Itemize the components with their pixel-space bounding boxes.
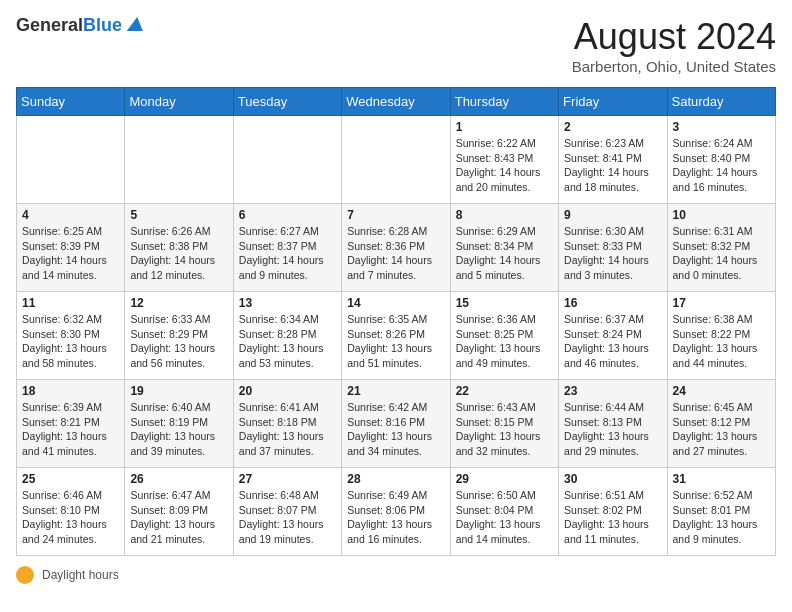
calendar-cell: 3Sunrise: 6:24 AM Sunset: 8:40 PM Daylig… <box>667 116 775 204</box>
day-number: 8 <box>456 208 553 222</box>
calendar-cell <box>125 116 233 204</box>
calendar-cell <box>342 116 450 204</box>
day-info: Sunrise: 6:29 AM Sunset: 8:34 PM Dayligh… <box>456 224 553 283</box>
day-info: Sunrise: 6:43 AM Sunset: 8:15 PM Dayligh… <box>456 400 553 459</box>
logo: GeneralBlue <box>16 16 144 36</box>
day-info: Sunrise: 6:49 AM Sunset: 8:06 PM Dayligh… <box>347 488 444 547</box>
day-number: 23 <box>564 384 661 398</box>
calendar-cell: 22Sunrise: 6:43 AM Sunset: 8:15 PM Dayli… <box>450 380 558 468</box>
calendar-cell: 27Sunrise: 6:48 AM Sunset: 8:07 PM Dayli… <box>233 468 341 556</box>
calendar-cell: 26Sunrise: 6:47 AM Sunset: 8:09 PM Dayli… <box>125 468 233 556</box>
day-info: Sunrise: 6:32 AM Sunset: 8:30 PM Dayligh… <box>22 312 119 371</box>
day-info: Sunrise: 6:37 AM Sunset: 8:24 PM Dayligh… <box>564 312 661 371</box>
day-info: Sunrise: 6:38 AM Sunset: 8:22 PM Dayligh… <box>673 312 770 371</box>
calendar-week-row: 4Sunrise: 6:25 AM Sunset: 8:39 PM Daylig… <box>17 204 776 292</box>
day-number: 20 <box>239 384 336 398</box>
calendar-day-header: Wednesday <box>342 88 450 116</box>
day-info: Sunrise: 6:35 AM Sunset: 8:26 PM Dayligh… <box>347 312 444 371</box>
calendar-cell: 25Sunrise: 6:46 AM Sunset: 8:10 PM Dayli… <box>17 468 125 556</box>
day-number: 9 <box>564 208 661 222</box>
calendar-cell: 24Sunrise: 6:45 AM Sunset: 8:12 PM Dayli… <box>667 380 775 468</box>
day-number: 10 <box>673 208 770 222</box>
day-info: Sunrise: 6:36 AM Sunset: 8:25 PM Dayligh… <box>456 312 553 371</box>
day-info: Sunrise: 6:27 AM Sunset: 8:37 PM Dayligh… <box>239 224 336 283</box>
calendar-cell <box>233 116 341 204</box>
day-number: 17 <box>673 296 770 310</box>
calendar-day-header: Monday <box>125 88 233 116</box>
day-number: 7 <box>347 208 444 222</box>
day-number: 21 <box>347 384 444 398</box>
day-info: Sunrise: 6:50 AM Sunset: 8:04 PM Dayligh… <box>456 488 553 547</box>
calendar-cell: 31Sunrise: 6:52 AM Sunset: 8:01 PM Dayli… <box>667 468 775 556</box>
day-number: 26 <box>130 472 227 486</box>
day-number: 1 <box>456 120 553 134</box>
day-info: Sunrise: 6:44 AM Sunset: 8:13 PM Dayligh… <box>564 400 661 459</box>
calendar-cell: 30Sunrise: 6:51 AM Sunset: 8:02 PM Dayli… <box>559 468 667 556</box>
footer: Daylight hours <box>16 566 776 584</box>
day-number: 25 <box>22 472 119 486</box>
day-number: 13 <box>239 296 336 310</box>
calendar-cell: 11Sunrise: 6:32 AM Sunset: 8:30 PM Dayli… <box>17 292 125 380</box>
title-section: August 2024 Barberton, Ohio, United Stat… <box>572 16 776 75</box>
calendar-header-row: SundayMondayTuesdayWednesdayThursdayFrid… <box>17 88 776 116</box>
day-number: 2 <box>564 120 661 134</box>
day-number: 29 <box>456 472 553 486</box>
day-number: 5 <box>130 208 227 222</box>
calendar-day-header: Thursday <box>450 88 558 116</box>
day-number: 28 <box>347 472 444 486</box>
day-number: 12 <box>130 296 227 310</box>
calendar-cell: 18Sunrise: 6:39 AM Sunset: 8:21 PM Dayli… <box>17 380 125 468</box>
day-info: Sunrise: 6:26 AM Sunset: 8:38 PM Dayligh… <box>130 224 227 283</box>
logo-general: General <box>16 15 83 35</box>
calendar-week-row: 11Sunrise: 6:32 AM Sunset: 8:30 PM Dayli… <box>17 292 776 380</box>
day-number: 3 <box>673 120 770 134</box>
calendar-day-header: Friday <box>559 88 667 116</box>
calendar-cell: 7Sunrise: 6:28 AM Sunset: 8:36 PM Daylig… <box>342 204 450 292</box>
calendar-cell <box>17 116 125 204</box>
calendar-cell: 1Sunrise: 6:22 AM Sunset: 8:43 PM Daylig… <box>450 116 558 204</box>
day-number: 14 <box>347 296 444 310</box>
calendar-cell: 9Sunrise: 6:30 AM Sunset: 8:33 PM Daylig… <box>559 204 667 292</box>
day-number: 6 <box>239 208 336 222</box>
day-number: 22 <box>456 384 553 398</box>
calendar-cell: 16Sunrise: 6:37 AM Sunset: 8:24 PM Dayli… <box>559 292 667 380</box>
day-number: 31 <box>673 472 770 486</box>
calendar-cell: 12Sunrise: 6:33 AM Sunset: 8:29 PM Dayli… <box>125 292 233 380</box>
calendar-cell: 10Sunrise: 6:31 AM Sunset: 8:32 PM Dayli… <box>667 204 775 292</box>
sun-icon <box>16 566 34 584</box>
calendar-week-row: 25Sunrise: 6:46 AM Sunset: 8:10 PM Dayli… <box>17 468 776 556</box>
day-info: Sunrise: 6:46 AM Sunset: 8:10 PM Dayligh… <box>22 488 119 547</box>
day-info: Sunrise: 6:31 AM Sunset: 8:32 PM Dayligh… <box>673 224 770 283</box>
day-info: Sunrise: 6:51 AM Sunset: 8:02 PM Dayligh… <box>564 488 661 547</box>
calendar-cell: 28Sunrise: 6:49 AM Sunset: 8:06 PM Dayli… <box>342 468 450 556</box>
calendar-cell: 19Sunrise: 6:40 AM Sunset: 8:19 PM Dayli… <box>125 380 233 468</box>
day-info: Sunrise: 6:28 AM Sunset: 8:36 PM Dayligh… <box>347 224 444 283</box>
month-year-title: August 2024 <box>572 16 776 58</box>
calendar-cell: 5Sunrise: 6:26 AM Sunset: 8:38 PM Daylig… <box>125 204 233 292</box>
day-info: Sunrise: 6:33 AM Sunset: 8:29 PM Dayligh… <box>130 312 227 371</box>
day-number: 18 <box>22 384 119 398</box>
day-number: 11 <box>22 296 119 310</box>
day-info: Sunrise: 6:45 AM Sunset: 8:12 PM Dayligh… <box>673 400 770 459</box>
day-info: Sunrise: 6:39 AM Sunset: 8:21 PM Dayligh… <box>22 400 119 459</box>
day-info: Sunrise: 6:30 AM Sunset: 8:33 PM Dayligh… <box>564 224 661 283</box>
calendar-cell: 6Sunrise: 6:27 AM Sunset: 8:37 PM Daylig… <box>233 204 341 292</box>
day-info: Sunrise: 6:25 AM Sunset: 8:39 PM Dayligh… <box>22 224 119 283</box>
day-info: Sunrise: 6:47 AM Sunset: 8:09 PM Dayligh… <box>130 488 227 547</box>
calendar-cell: 23Sunrise: 6:44 AM Sunset: 8:13 PM Dayli… <box>559 380 667 468</box>
location-subtitle: Barberton, Ohio, United States <box>572 58 776 75</box>
day-info: Sunrise: 6:22 AM Sunset: 8:43 PM Dayligh… <box>456 136 553 195</box>
day-info: Sunrise: 6:41 AM Sunset: 8:18 PM Dayligh… <box>239 400 336 459</box>
logo-blue: Blue <box>83 15 122 35</box>
day-info: Sunrise: 6:48 AM Sunset: 8:07 PM Dayligh… <box>239 488 336 547</box>
calendar-week-row: 18Sunrise: 6:39 AM Sunset: 8:21 PM Dayli… <box>17 380 776 468</box>
calendar-cell: 17Sunrise: 6:38 AM Sunset: 8:22 PM Dayli… <box>667 292 775 380</box>
day-number: 15 <box>456 296 553 310</box>
calendar-cell: 8Sunrise: 6:29 AM Sunset: 8:34 PM Daylig… <box>450 204 558 292</box>
calendar-cell: 20Sunrise: 6:41 AM Sunset: 8:18 PM Dayli… <box>233 380 341 468</box>
calendar-week-row: 1Sunrise: 6:22 AM Sunset: 8:43 PM Daylig… <box>17 116 776 204</box>
calendar-day-header: Sunday <box>17 88 125 116</box>
day-number: 16 <box>564 296 661 310</box>
calendar-cell: 2Sunrise: 6:23 AM Sunset: 8:41 PM Daylig… <box>559 116 667 204</box>
calendar-cell: 14Sunrise: 6:35 AM Sunset: 8:26 PM Dayli… <box>342 292 450 380</box>
